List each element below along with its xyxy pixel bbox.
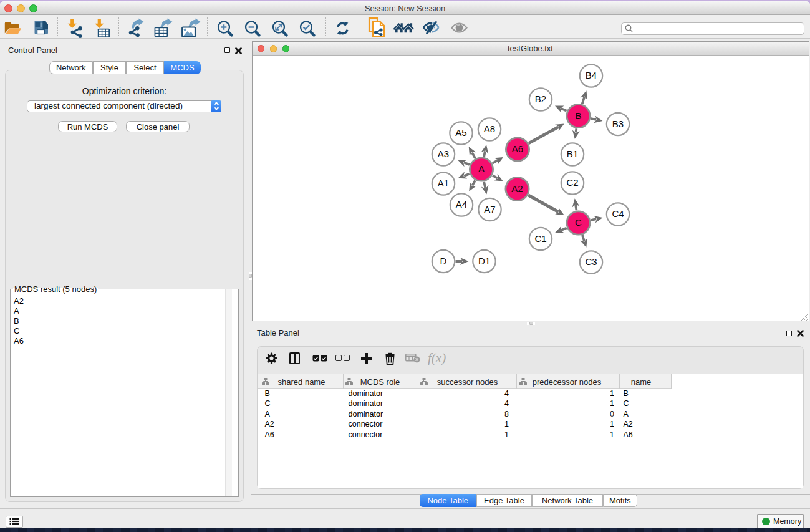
svg-text:B3: B3 xyxy=(612,118,623,129)
svg-text:A8: A8 xyxy=(483,123,494,134)
svg-text:B1: B1 xyxy=(566,148,577,159)
svg-text:A1: A1 xyxy=(437,178,448,188)
svg-text:A6: A6 xyxy=(511,143,523,154)
svg-text:B: B xyxy=(575,110,581,121)
svg-text:A2: A2 xyxy=(511,183,523,194)
svg-text:A3: A3 xyxy=(437,148,448,159)
svg-text:C1: C1 xyxy=(534,233,546,244)
svg-text:D1: D1 xyxy=(478,256,489,266)
svg-text:A7: A7 xyxy=(484,204,495,215)
svg-text:C2: C2 xyxy=(566,177,578,188)
svg-text:C: C xyxy=(575,217,582,228)
svg-text:A5: A5 xyxy=(455,127,466,138)
svg-text:A: A xyxy=(478,163,484,174)
svg-text:C3: C3 xyxy=(585,256,597,267)
svg-text:B2: B2 xyxy=(534,94,546,104)
svg-text:A4: A4 xyxy=(455,199,466,210)
svg-text:D: D xyxy=(440,256,446,266)
svg-text:B4: B4 xyxy=(585,70,596,80)
svg-text:C4: C4 xyxy=(612,208,624,219)
